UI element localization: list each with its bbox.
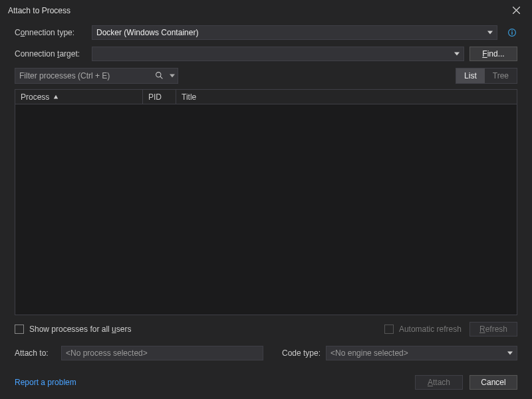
column-header-process[interactable]: Process [15,90,143,104]
sort-ascending-icon [53,92,59,102]
svg-line-8 [160,76,162,78]
svg-marker-9 [170,74,175,78]
view-toggle-group: List Tree [456,68,517,84]
column-header-pid[interactable]: PID [143,90,176,104]
connection-type-label: Connection type: [15,28,86,37]
attach-button: Attach [415,375,463,390]
grid-body[interactable] [15,104,517,315]
connection-type-value: Docker (Windows Container) [96,28,198,37]
show-all-users-label: Show processes for all users [29,325,131,334]
automatic-refresh-checkbox: Automatic refresh [384,325,462,334]
svg-marker-11 [507,352,513,355]
grid-header: Process PID Title [15,90,517,104]
svg-marker-10 [54,94,58,98]
filter-row: Filter processes (Ctrl + E) List Tree [15,68,517,84]
connection-type-row: Connection type: Docker (Windows Contain… [15,25,517,40]
cancel-button[interactable]: Cancel [469,375,517,390]
code-type-label: Code type: [282,348,321,358]
connection-target-label: Connection target: [15,49,86,59]
titlebar: Attach to Process [0,0,532,21]
svg-marker-2 [487,31,493,35]
chevron-down-icon [507,348,513,358]
connection-type-combobox[interactable]: Docker (Windows Container) [92,25,497,40]
chevron-down-icon [454,49,460,59]
bottom-row: Report a problem Attach Cancel [15,375,517,390]
attach-to-label: Attach to: [15,348,56,358]
svg-marker-6 [454,53,460,56]
svg-rect-5 [511,31,512,31]
filter-placeholder: Filter processes (Ctrl + E) [19,71,110,80]
report-problem-link[interactable]: Report a problem [15,378,76,387]
code-type-value: <No engine selected> [331,348,408,358]
attach-to-row: Attach to: <No process selected> Code ty… [15,346,517,360]
close-icon [513,5,520,17]
close-button[interactable] [507,1,525,20]
dialog-buttons: Attach Cancel [415,375,517,390]
show-all-users-checkbox[interactable]: Show processes for all users [15,325,131,334]
automatic-refresh-label: Automatic refresh [399,325,462,334]
svg-rect-4 [511,32,512,35]
view-tree-button[interactable]: Tree [485,68,517,83]
dialog-body: Connection type: Docker (Windows Contain… [0,21,532,399]
info-icon[interactable] [507,27,517,38]
refresh-button: Refresh [469,322,517,336]
svg-point-7 [156,72,161,77]
column-header-title[interactable]: Title [176,90,517,104]
find-button[interactable]: Find... [469,47,517,61]
view-list-button[interactable]: List [456,68,485,83]
below-grid-row: Show processes for all users Automatic r… [15,322,517,336]
chevron-down-icon[interactable] [170,71,175,80]
chevron-down-icon [487,28,493,37]
filter-processes-input[interactable]: Filter processes (Ctrl + E) [15,68,178,84]
attach-to-value: <No process selected> [66,348,148,358]
checkbox-icon [384,325,394,334]
search-icon [155,71,164,80]
connection-target-row: Connection target: Find... [15,47,517,61]
checkbox-icon [15,325,24,334]
connection-target-combobox[interactable] [92,47,464,61]
code-type-combobox[interactable]: <No engine selected> [326,346,517,360]
dialog-title: Attach to Process [7,6,507,15]
attach-to-process-dialog: Attach to Process Connection type: Docke… [0,0,532,399]
attach-to-field[interactable]: <No process selected> [61,346,263,360]
process-grid: Process PID Title [15,89,517,315]
